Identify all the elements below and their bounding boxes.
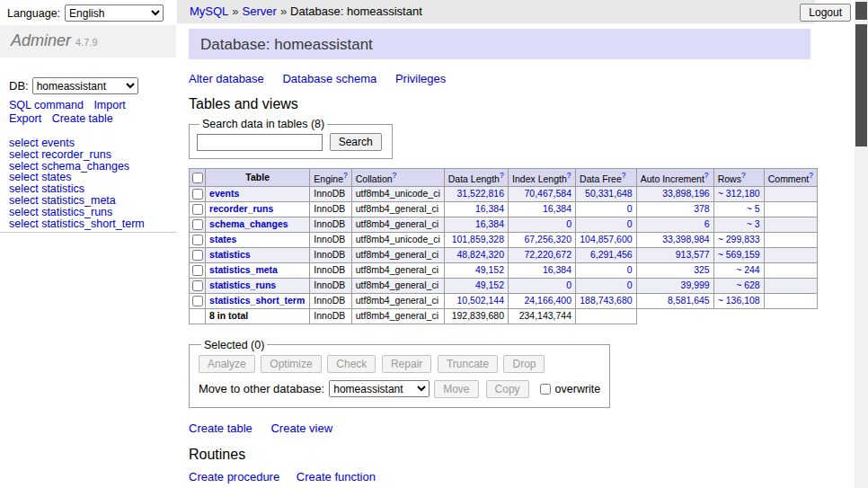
data-free-link[interactable]: 0	[627, 203, 633, 214]
create-procedure-link[interactable]: Create procedure	[189, 470, 279, 484]
data-length-link[interactable]: 31,522,816	[456, 188, 504, 199]
data-length-link[interactable]: 16,384	[475, 218, 504, 229]
rows-count-link[interactable]: ~ 5	[747, 203, 760, 214]
create-function-link[interactable]: Create function	[297, 470, 376, 484]
data-length-link[interactable]: 49,152	[475, 279, 504, 290]
index-length-link[interactable]: 16,384	[543, 203, 571, 214]
auto-increment-link[interactable]: 8,581,645	[668, 295, 710, 306]
language-select[interactable]: English	[65, 4, 164, 22]
help-link[interactable]: ?	[622, 171, 626, 180]
database-schema-link[interactable]: Database schema	[282, 72, 376, 85]
rows-count-link[interactable]: ~ 136,108	[718, 295, 760, 306]
breadcrumb-server-link[interactable]: Server	[243, 4, 277, 18]
create-table-link[interactable]: Create table	[189, 421, 252, 435]
data-free-link[interactable]: 0	[627, 218, 633, 229]
sidebar-item-select-statistics-meta[interactable]: select statistics_meta	[9, 195, 145, 207]
search-input[interactable]	[197, 134, 323, 151]
data-free-link[interactable]: 6,291,456	[590, 249, 633, 260]
data-free-link[interactable]: 188,743,680	[580, 295, 632, 306]
data-length-link[interactable]: 49,152	[475, 264, 504, 275]
table-link[interactable]: schema_changes	[209, 218, 288, 229]
data-length-link[interactable]: 16,384	[475, 203, 504, 214]
auto-increment-link[interactable]: 33,898,196	[662, 188, 710, 199]
check-button[interactable]: Check	[327, 355, 376, 373]
breadcrumb-mysql-link[interactable]: MySQL	[190, 4, 228, 18]
auto-increment-link[interactable]: 6	[704, 218, 710, 229]
row-checkbox[interactable]	[192, 219, 203, 230]
table-link[interactable]: states	[209, 234, 236, 244]
table-link[interactable]: recorder_runs	[209, 203, 273, 214]
repair-button[interactable]: Repair	[382, 355, 431, 373]
index-length-link[interactable]: 67,256,320	[524, 234, 571, 244]
privileges-link[interactable]: Privileges	[395, 72, 446, 85]
row-checkbox[interactable]	[192, 204, 203, 215]
analyze-button[interactable]: Analyze	[199, 355, 255, 373]
auto-increment-link[interactable]: 39,999	[681, 279, 710, 290]
table-link[interactable]: statistics_runs	[209, 279, 276, 290]
data-free-link[interactable]: 104,857,600	[580, 234, 632, 244]
db-select[interactable]: homeassistant	[32, 77, 138, 94]
row-checkbox[interactable]	[192, 250, 203, 261]
sidebar-link-import[interactable]: Import	[93, 99, 125, 111]
help-link[interactable]: ?	[500, 171, 504, 180]
data-length-link[interactable]: 10,502,144	[456, 295, 504, 306]
rows-count-link[interactable]: ~ 3	[747, 218, 760, 229]
help-link[interactable]: ?	[741, 171, 746, 180]
table-link[interactable]: statistics_short_term	[209, 295, 305, 306]
auto-increment-link[interactable]: 33,398,984	[662, 234, 710, 244]
rows-count-link[interactable]: ~ 628	[736, 279, 760, 290]
help-link[interactable]: ?	[567, 171, 571, 180]
table-link[interactable]: statistics	[209, 249, 251, 260]
sidebar-link-export[interactable]: Export	[9, 112, 41, 125]
sidebar-item-select-statistics-short-term[interactable]: select statistics_short_term	[9, 218, 145, 230]
auto-increment-link[interactable]: 913,577	[676, 249, 710, 260]
index-length-link[interactable]: 0	[566, 218, 571, 229]
data-free-link[interactable]: 0	[627, 264, 633, 275]
sidebar-link-sql-command[interactable]: SQL command	[9, 99, 84, 111]
help-link[interactable]: ?	[704, 171, 709, 180]
alter-database-link[interactable]: Alter database	[189, 72, 264, 85]
index-length-link[interactable]: 0	[566, 279, 571, 290]
row-checkbox[interactable]	[192, 265, 203, 276]
row-checkbox[interactable]	[192, 296, 203, 306]
data-free-link[interactable]: 0	[627, 279, 633, 290]
search-button[interactable]: Search	[330, 133, 382, 151]
help-link[interactable]: ?	[343, 171, 348, 180]
scrollbar-up-button[interactable]	[855, 2, 867, 20]
create-view-link[interactable]: Create view	[270, 421, 332, 435]
help-link[interactable]: ?	[809, 171, 813, 180]
truncate-button[interactable]: Truncate	[438, 355, 498, 373]
rows-count-link[interactable]: ~ 312,180	[718, 188, 760, 199]
sidebar-link-create-table[interactable]: Create table	[52, 112, 113, 125]
rows-count-link[interactable]: ~ 569,159	[718, 249, 760, 260]
select-all-checkbox[interactable]	[192, 173, 203, 183]
data-length-link[interactable]: 101,859,328	[452, 234, 504, 244]
move-database-select[interactable]: homeassistant	[329, 380, 430, 397]
optimize-button[interactable]: Optimize	[261, 355, 321, 373]
sidebar-item-select-events[interactable]: select events	[9, 138, 145, 149]
move-button[interactable]: Move	[434, 380, 478, 398]
rows-count-link[interactable]: ~ 299,833	[718, 234, 760, 244]
index-length-link[interactable]: 16,384	[543, 264, 571, 275]
help-link[interactable]: ?	[393, 171, 397, 180]
data-length-link[interactable]: 48,824,320	[456, 249, 504, 260]
auto-increment-link[interactable]: 378	[694, 203, 710, 214]
index-length-link[interactable]: 70,467,584	[524, 188, 571, 199]
row-checkbox[interactable]	[192, 235, 203, 245]
copy-button[interactable]: Copy	[486, 380, 529, 398]
drop-button[interactable]: Drop	[503, 355, 545, 373]
auto-increment-link[interactable]: 325	[694, 264, 710, 275]
table-link[interactable]: events	[209, 188, 239, 199]
scrollbar-thumb[interactable]	[855, 24, 867, 146]
data-free-link[interactable]: 50,331,648	[585, 188, 633, 199]
row-checkbox[interactable]	[192, 189, 203, 200]
table-link[interactable]: statistics_meta	[209, 264, 278, 275]
vertical-scrollbar[interactable]	[855, 0, 868, 488]
overwrite-checkbox[interactable]	[540, 384, 551, 395]
logout-button[interactable]: Logout	[800, 4, 851, 22]
sidebar-item-select-recorder-runs[interactable]: select recorder_runs	[9, 149, 145, 161]
rows-count-link[interactable]: ~ 244	[736, 264, 760, 275]
row-checkbox[interactable]	[192, 280, 203, 291]
index-length-link[interactable]: 72,220,672	[524, 249, 571, 260]
index-length-link[interactable]: 24,166,400	[524, 295, 571, 306]
